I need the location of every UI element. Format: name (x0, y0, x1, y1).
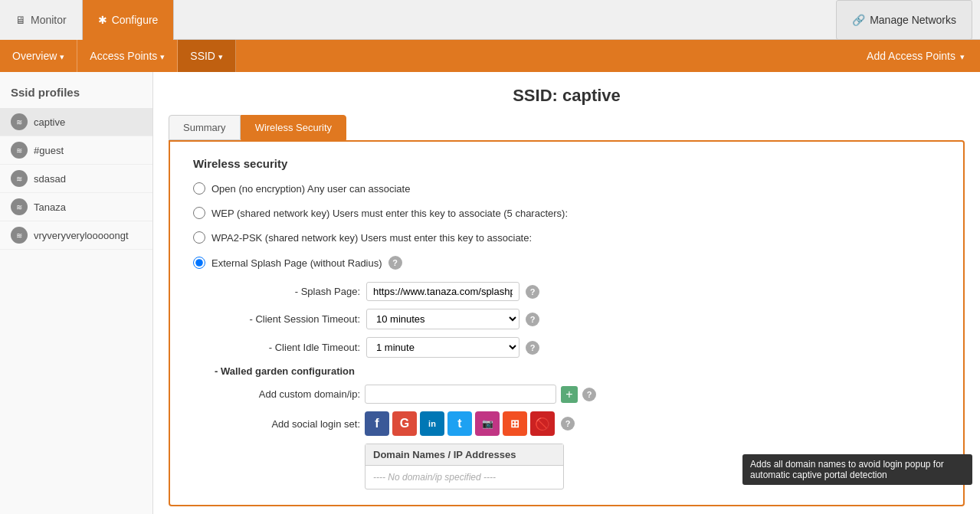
idle-timeout-row: - Client Idle Timeout: 1 minute 5 minute… (215, 337, 940, 358)
radio-external[interactable] (193, 257, 205, 269)
add-access-points-button[interactable]: Add Access Points (851, 40, 980, 72)
sidebar-title: Ssid profiles (0, 80, 152, 108)
configure-label: Configure (112, 14, 159, 26)
radio-row-wpa2: WPA2-PSK (shared network key) Users must… (193, 231, 940, 244)
ssid-chevron-icon (218, 50, 223, 62)
tooltip-text: Adds all domain names to avoid login pop… (750, 459, 944, 480)
tab-wireless-security[interactable]: Wireless Security (241, 115, 346, 140)
tab-content-wireless-security: Wireless security Open (no encryption) A… (169, 140, 965, 506)
idle-timeout-help-icon[interactable]: ? (526, 341, 539, 355)
social-block-icon[interactable]: 🚫 (530, 411, 555, 436)
radio-wpa2-label: WPA2-PSK (shared network key) Users must… (211, 232, 532, 244)
social-login-help-icon[interactable]: ? (561, 417, 575, 431)
splash-page-input[interactable] (366, 282, 519, 301)
radio-open[interactable] (193, 182, 205, 195)
social-linkedin-icon[interactable]: in (420, 411, 444, 436)
external-help-icon[interactable]: ? (388, 256, 402, 270)
splash-page-help-icon[interactable]: ? (526, 285, 539, 299)
social-login-row: Add social login set: f G in t 📷 ⊞ 🚫 ? (215, 411, 940, 436)
social-microsoft-icon[interactable]: ⊞ (503, 411, 527, 436)
content-area: SSID: captive Summary Wireless Security … (153, 72, 980, 514)
domain-table-header: Domain Names / IP Addresses (365, 444, 563, 466)
sidebar-item-guest[interactable]: ≋ #guest (0, 136, 152, 165)
social-instagram-icon[interactable]: 📷 (475, 411, 500, 436)
sidebar-label-vry: vryveryverylooooongt (34, 230, 129, 241)
top-nav-right: 🔗 Manage Networks (836, 0, 980, 40)
splash-page-row: - Splash Page: ? (215, 282, 940, 301)
monitor-button[interactable]: 🖥 Monitor (0, 0, 83, 40)
nav-ssid[interactable]: SSID (178, 40, 236, 72)
sidebar-label-tanaza: Tanaza (34, 201, 66, 213)
idle-timeout-select[interactable]: 1 minute 5 minutes 10 minutes 15 minutes… (366, 337, 519, 358)
custom-domain-label: Add custom domain/ip: (215, 388, 360, 400)
idle-timeout-label: - Client Idle Timeout: (215, 342, 360, 353)
manage-networks-label: Manage Networks (870, 14, 956, 26)
main-layout: Ssid profiles ≋ captive ≋ #guest ≋ sdasa… (0, 72, 980, 514)
sidebar-item-vry[interactable]: ≋ vryveryverylooooongt (0, 221, 152, 250)
radio-open-label: Open (no encryption) Any user can associ… (211, 183, 410, 195)
second-nav-right: Add Access Points (851, 40, 980, 72)
domain-table-empty: ---- No domain/ip specified ---- (365, 466, 563, 489)
add-ap-label: Add Access Points (867, 50, 955, 62)
nav-overview[interactable]: Overview (0, 40, 77, 72)
page-title: SSID: captive (153, 72, 980, 115)
top-nav-left: 🖥 Monitor ✱ Configure (0, 0, 836, 40)
wifi-icon-captive: ≋ (11, 113, 28, 130)
custom-domain-input[interactable] (365, 385, 556, 404)
nav-access-points-label: Access Points (90, 50, 157, 62)
session-timeout-row: - Client Session Timeout: 1 minute 5 min… (215, 309, 940, 329)
access-points-chevron-icon (160, 50, 165, 62)
manage-networks-icon: 🔗 (852, 14, 865, 26)
wireless-security-title: Wireless security (193, 157, 940, 170)
radio-wep[interactable] (193, 207, 205, 219)
wifi-icon-sdasad: ≋ (11, 170, 28, 187)
social-facebook-icon[interactable]: f (365, 411, 389, 436)
overview-chevron-icon (60, 50, 64, 62)
sidebar-label-guest: #guest (34, 145, 64, 156)
custom-domain-help-icon[interactable]: ? (582, 388, 596, 401)
configure-button[interactable]: ✱ Configure (83, 0, 175, 40)
radio-wep-label: WEP (shared network key) Users must ente… (211, 208, 568, 219)
radio-row-wep: WEP (shared network key) Users must ente… (193, 207, 940, 219)
add-domain-button[interactable]: + (561, 386, 578, 403)
wifi-icon-tanaza: ≋ (11, 198, 28, 215)
nav-overview-label: Overview (12, 50, 57, 62)
radio-external-label: External Splash Page (without Radius) (211, 257, 382, 269)
nav-access-points[interactable]: Access Points (77, 40, 178, 72)
configure-icon: ✱ (98, 14, 107, 26)
top-nav: 🖥 Monitor ✱ Configure 🔗 Manage Networks (0, 0, 980, 40)
session-timeout-help-icon[interactable]: ? (526, 313, 539, 326)
manage-networks-button[interactable]: 🔗 Manage Networks (836, 0, 972, 40)
social-twitter-icon[interactable]: t (447, 411, 472, 436)
session-timeout-select[interactable]: 1 minute 5 minutes 10 minutes 15 minutes… (366, 309, 519, 329)
add-ap-chevron-icon (960, 50, 965, 62)
social-login-label: Add social login set: (215, 418, 360, 430)
radio-row-open: Open (no encryption) Any user can associ… (193, 182, 940, 195)
custom-domain-row: Add custom domain/ip: + ? (215, 385, 940, 404)
radio-wpa2[interactable] (193, 231, 205, 244)
sidebar-item-captive[interactable]: ≋ captive (0, 108, 152, 136)
tabs-container: Summary Wireless Security (153, 115, 980, 140)
second-nav: Overview Access Points SSID Add Access P… (0, 40, 980, 72)
sidebar-item-tanaza[interactable]: ≋ Tanaza (0, 193, 152, 221)
sidebar-label-captive: captive (34, 116, 65, 128)
tooltip-box: Adds all domain names to avoid login pop… (742, 454, 972, 485)
wifi-icon-vry: ≋ (11, 227, 28, 244)
domain-table: Domain Names / IP Addresses ---- No doma… (365, 444, 564, 489)
tab-summary[interactable]: Summary (169, 115, 241, 140)
social-google-icon[interactable]: G (392, 411, 417, 436)
walled-garden-title: - Walled garden configuration (215, 365, 940, 377)
monitor-icon: 🖥 (15, 14, 26, 26)
session-timeout-label: - Client Session Timeout: (215, 313, 360, 325)
nav-ssid-label: SSID (190, 50, 215, 62)
sidebar-label-sdasad: sdasad (34, 173, 66, 185)
wifi-icon-guest: ≋ (11, 142, 28, 159)
sidebar-item-sdasad[interactable]: ≋ sdasad (0, 165, 152, 193)
monitor-label: Monitor (31, 14, 67, 26)
splash-page-label: - Splash Page: (215, 286, 360, 297)
sidebar: Ssid profiles ≋ captive ≋ #guest ≋ sdasa… (0, 72, 153, 514)
radio-row-external: External Splash Page (without Radius) ? (193, 256, 940, 270)
